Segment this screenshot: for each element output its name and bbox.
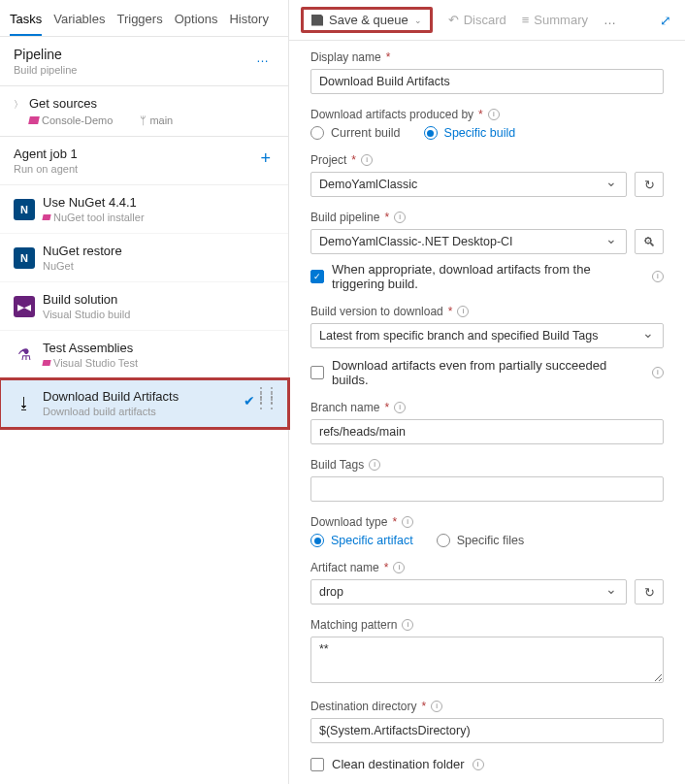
- trigger-checkbox[interactable]: ✓: [310, 270, 324, 283]
- tab-variables[interactable]: Variables: [53, 6, 105, 36]
- tab-options[interactable]: Options: [175, 6, 218, 36]
- discard-button[interactable]: ↶Discard: [448, 13, 506, 27]
- info-icon[interactable]: i: [402, 619, 413, 631]
- radio-current-build[interactable]: Current build: [310, 126, 401, 140]
- main-panel: Save & queue ⌄ ↶Discard ≡Summary … ⤢ Dis…: [289, 0, 685, 784]
- task-subtitle: Visual Studio build: [43, 309, 275, 320]
- task-icon: N: [14, 199, 35, 220]
- destination-dir-input[interactable]: [310, 718, 664, 743]
- build-pipeline-label: Build pipeline*i: [310, 211, 664, 224]
- radio-icon: [310, 126, 324, 140]
- fullscreen-icon[interactable]: ⤢: [660, 13, 671, 28]
- discard-label: Discard: [464, 13, 506, 27]
- summary-button[interactable]: ≡Summary: [522, 13, 588, 27]
- tabs: Tasks Variables Triggers Options History: [0, 0, 288, 37]
- tab-tasks[interactable]: Tasks: [10, 6, 42, 36]
- job-sub: Run on agent: [14, 163, 275, 175]
- download-type-label: Download type*i: [310, 515, 664, 529]
- info-icon[interactable]: i: [402, 516, 413, 528]
- chevron-right-icon: 〉: [14, 98, 23, 112]
- repo-name: Console-Demo: [42, 114, 113, 126]
- tab-triggers[interactable]: Triggers: [116, 6, 162, 36]
- artifact-name-select[interactable]: [310, 579, 627, 604]
- produced-by-label: Download artifacts produced by*i: [310, 108, 664, 121]
- clean-dest-checkbox[interactable]: [310, 758, 324, 771]
- info-icon[interactable]: i: [394, 402, 406, 413]
- task-subtitle: Visual Studio Test: [43, 357, 275, 369]
- branch-icon: ᛘ: [140, 114, 147, 126]
- pipeline-sub: Build pipeline: [14, 64, 275, 76]
- radio-checked-icon: [310, 534, 324, 547]
- info-icon[interactable]: i: [394, 212, 406, 223]
- chevron-down-icon: ⌄: [414, 16, 422, 25]
- refresh-button[interactable]: ↻: [635, 172, 664, 197]
- task-title: Download Build Artifacts: [43, 389, 267, 404]
- save-queue-button[interactable]: Save & queue ⌄: [301, 7, 433, 33]
- radio-checked-icon: [424, 126, 438, 140]
- partial-checkbox[interactable]: [310, 366, 324, 379]
- info-icon[interactable]: i: [393, 562, 405, 573]
- get-sources[interactable]: 〉 Get sources Console-Demo ᛘmain: [0, 86, 288, 137]
- radio-specific-build[interactable]: Specific build: [424, 126, 516, 140]
- build-tags-input[interactable]: [310, 476, 664, 502]
- task-subtitle: NuGet tool installer: [43, 212, 275, 223]
- matching-pattern-input[interactable]: [310, 637, 664, 683]
- info-icon[interactable]: i: [431, 701, 442, 712]
- build-tags-label: Build Tagsi: [310, 458, 664, 472]
- pipeline-more-icon[interactable]: …: [256, 50, 271, 65]
- build-version-select[interactable]: [310, 323, 664, 348]
- task-title: Build solution: [43, 292, 275, 307]
- flag-icon: [28, 116, 40, 124]
- toolbar-more-icon[interactable]: …: [603, 13, 618, 27]
- build-pipeline-select[interactable]: [310, 229, 627, 254]
- browse-button[interactable]: 🔍︎: [635, 229, 664, 254]
- task-subtitle: Download build artifacts: [43, 406, 267, 417]
- branch-name: main: [149, 114, 173, 126]
- save-label: Save & queue: [329, 13, 408, 27]
- refresh-button[interactable]: ↻: [635, 579, 664, 604]
- radio-icon: [437, 534, 450, 547]
- task-list: NUse NuGet 4.4.1NuGet tool installerNNuG…: [0, 185, 288, 428]
- task-row[interactable]: ▸◂Build solutionVisual Studio build: [0, 282, 288, 331]
- sidebar: Tasks Variables Triggers Options History…: [0, 0, 289, 784]
- info-icon[interactable]: i: [652, 367, 664, 378]
- info-icon[interactable]: i: [652, 271, 664, 282]
- branch-name-label: Branch name*i: [310, 401, 664, 414]
- enabled-icon: ✔: [244, 393, 255, 408]
- branch-tag: ᛘmain: [140, 114, 173, 126]
- search-icon: 🔍︎: [643, 235, 656, 249]
- pipeline-header[interactable]: Pipeline Build pipeline …: [0, 37, 288, 86]
- task-form: Display name* Download artifacts produce…: [289, 41, 685, 784]
- project-label: Project*i: [310, 153, 664, 167]
- summary-icon: ≡: [522, 13, 530, 27]
- task-row[interactable]: NUse NuGet 4.4.1NuGet tool installer: [0, 185, 288, 234]
- info-icon[interactable]: i: [361, 154, 373, 166]
- project-select[interactable]: [310, 172, 627, 197]
- radio-specific-files[interactable]: Specific files: [437, 534, 524, 547]
- task-row[interactable]: NNuGet restoreNuGet: [0, 234, 288, 282]
- branch-name-input[interactable]: [310, 419, 664, 444]
- info-icon[interactable]: i: [457, 306, 469, 317]
- tab-history[interactable]: History: [229, 6, 268, 36]
- destination-dir-label: Destination directory*i: [310, 700, 664, 713]
- radio-specific-artifact[interactable]: Specific artifact: [310, 534, 413, 547]
- task-row[interactable]: ⭳Download Build ArtifactsDownload build …: [0, 379, 288, 428]
- task-title: NuGet restore: [43, 244, 275, 258]
- partial-check-label: Download artifacts even from partially s…: [332, 358, 644, 387]
- add-task-icon[interactable]: +: [260, 148, 271, 169]
- task-subtitle: NuGet: [43, 260, 275, 272]
- agent-job[interactable]: Agent job 1 Run on agent +: [0, 137, 288, 185]
- drag-handle-icon[interactable]: ⋮⋮⋮⋮⋮⋮: [255, 389, 277, 407]
- matching-pattern-label: Matching patterni: [310, 618, 664, 632]
- save-icon: [311, 15, 323, 26]
- clean-dest-label: Clean destination folder: [332, 757, 465, 771]
- info-icon[interactable]: i: [488, 109, 500, 120]
- flag-icon: [42, 214, 50, 220]
- task-row[interactable]: ⚗Test AssembliesVisual Studio Test: [0, 331, 288, 379]
- display-name-input[interactable]: [310, 69, 664, 94]
- summary-label: Summary: [534, 13, 588, 27]
- job-title: Agent job 1: [14, 147, 275, 161]
- info-icon[interactable]: i: [369, 459, 380, 471]
- flag-icon: [42, 360, 50, 366]
- info-icon[interactable]: i: [473, 759, 484, 770]
